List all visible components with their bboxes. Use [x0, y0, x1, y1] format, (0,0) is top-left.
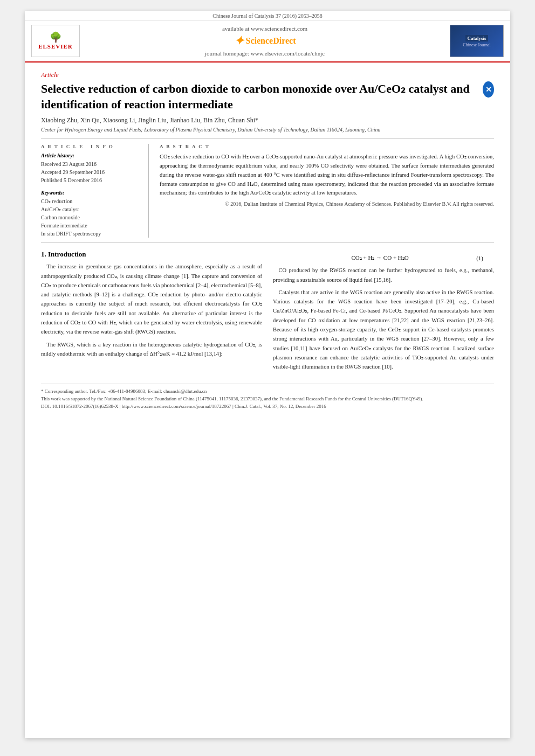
article-info-col: A R T I C L E I N F O Article history: R… [41, 144, 149, 238]
keyword-4: Formate intermediate [41, 221, 142, 230]
body-right-col: CO₂ + H₂ → CO + H₂O (1) CO produced by t… [273, 250, 494, 374]
received-date: Received 23 August 2016 [41, 160, 142, 168]
intro-p3: CO produced by the RWGS reaction can be … [273, 266, 494, 285]
history-label: Article history: [41, 152, 142, 158]
abstract-col: A B S T R A C T CO₂ selective reduction … [160, 144, 494, 238]
elsevier-text: ELSEVIER [38, 43, 73, 50]
keyword-3: Carbon monoxide [41, 213, 142, 221]
header-center: available at www.sciencedirect.com ✦ Sci… [80, 25, 450, 57]
article-label: Article [41, 71, 494, 79]
catalysis-badge-box: Catalysis Chinese Journal [450, 25, 504, 57]
intro-p1: The increase in greenhouse gas concentra… [41, 262, 262, 337]
body-left-col: 1. Introduction The increase in greenhou… [41, 250, 262, 374]
sciencedirect-brand: ✦ ScienceDirect [80, 34, 450, 48]
elsevier-tree-icon: 🌳 [50, 32, 61, 42]
keywords-list: CO₂ reduction Au/CeO₂ catalyst Carbon mo… [41, 197, 142, 238]
accepted-date: Accepted 29 September 2016 [41, 168, 142, 176]
article-title: Selective reduction of carbon dioxide to… [41, 81, 474, 112]
footer-notes: * Corresponding author. Tel./Fax: +86-41… [41, 384, 494, 411]
funding-note: This work was supported by the National … [41, 395, 494, 403]
intro-p2: The RWGS, which is a key reaction in the… [41, 340, 262, 359]
intro-body-left: The increase in greenhouse gas concentra… [41, 262, 262, 358]
available-at: available at www.sciencedirect.com [80, 25, 450, 32]
published-date: Published 5 December 2016 [41, 176, 142, 184]
crossmark-icon[interactable]: ✕ [483, 81, 494, 98]
divider-2 [41, 242, 494, 242]
doi-line: DOI: 10.1016/S1872-2067(16)62538-X | htt… [41, 403, 494, 410]
equation-number: (1) [476, 255, 483, 261]
intro-p4: Catalysts that are active in the WGS rea… [273, 288, 494, 372]
journal-title: Chinese Journal of Catalysis 37 (2016) 2… [212, 13, 322, 19]
journal-line: Chinese Journal of Catalysis 37 (2016) 2… [25, 11, 510, 20]
info-abstract-section: A R T I C L E I N F O Article history: R… [41, 144, 494, 238]
journal-header: 🌳 ELSEVIER available at www.sciencedirec… [25, 20, 510, 63]
introduction-section: 1. Introduction The increase in greenhou… [41, 250, 494, 374]
authors: Xiaobing Zhu, Xin Qu, Xiaosong Li, Jingl… [41, 116, 494, 124]
divider-1 [41, 138, 494, 138]
keywords-label: Keywords: [41, 190, 142, 196]
title-row: Selective reduction of carbon dioxide to… [41, 81, 494, 116]
page: Chinese Journal of Catalysis 37 (2016) 2… [25, 11, 510, 738]
abstract-copyright: © 2016, Dalian Institute of Chemical Phy… [160, 201, 494, 207]
keyword-2: Au/CeO₂ catalyst [41, 205, 142, 213]
corresponding-author: * Corresponding author. Tel./Fax: +86-41… [41, 387, 494, 395]
intro-heading: 1. Introduction [41, 250, 262, 259]
body-two-col: 1. Introduction The increase in greenhou… [41, 250, 494, 374]
journal-homepage: journal homepage: www.elsevier.com/locat… [80, 50, 450, 57]
equation-text: CO₂ + H₂ → CO + H₂O [351, 254, 408, 261]
keyword-1: CO₂ reduction [41, 197, 142, 205]
equation-block: CO₂ + H₂ → CO + H₂O (1) [273, 254, 494, 261]
article-content: Article Selective reduction of carbon di… [25, 63, 510, 421]
abstract-text: CO₂ selective reduction to CO with H₂ ov… [160, 152, 494, 198]
elsevier-logo: 🌳 ELSEVIER [31, 25, 80, 57]
keywords-section: Keywords: CO₂ reduction Au/CeO₂ catalyst… [41, 190, 142, 238]
affiliation: Center for Hydrogen Energy and Liquid Fu… [41, 127, 494, 133]
sd-logo-icon: ✦ [234, 34, 244, 48]
catalysis-label: Catalysis [465, 35, 488, 41]
keyword-5: In situ DRIFT spectroscopy [41, 230, 142, 238]
sd-label: ScienceDirect [246, 36, 296, 46]
intro-body-right: CO produced by the RWGS reaction can be … [273, 266, 494, 371]
